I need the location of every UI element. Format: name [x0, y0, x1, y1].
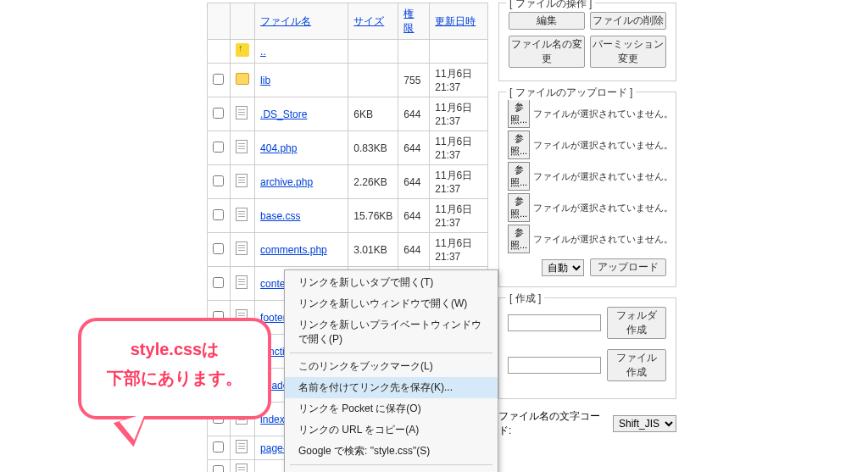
- file-link[interactable]: comments.php: [260, 244, 327, 256]
- file-ops-title: [ ファイルの操作 ]: [506, 0, 595, 11]
- header-icon: [231, 3, 255, 40]
- header-date[interactable]: 更新日時: [435, 15, 476, 27]
- ctx-google[interactable]: Google で検索: "style.css"(S): [285, 441, 498, 462]
- file-ops-panel: [ ファイルの操作 ] 編集 ファイルの削除 ファイル名の変更 パーミッション変…: [498, 3, 676, 81]
- context-menu: リンクを新しいタブで開く(T) リンクを新しいウィンドウで開く(W) リンクを新…: [284, 269, 498, 472]
- row-checkbox[interactable]: [213, 74, 224, 85]
- header-filename[interactable]: ファイル名: [260, 15, 311, 27]
- cell-perm: 644: [398, 97, 430, 131]
- ctx-open-private[interactable]: リンクを新しいプライベートウィンドウで開く(P): [285, 314, 498, 350]
- delete-button[interactable]: ファイルの削除: [590, 12, 666, 30]
- header-perm[interactable]: 権限: [403, 8, 414, 34]
- cell-perm: 644: [398, 199, 430, 233]
- create-file-button[interactable]: ファイル作成: [607, 349, 666, 381]
- upload-panel: [ ファイルのアップロード ] 参照...ファイルが選択されていません。 参照.…: [498, 92, 676, 287]
- header-check: [208, 3, 231, 40]
- edit-button[interactable]: 編集: [509, 12, 585, 30]
- file-icon: [236, 440, 248, 453]
- browse-button-3[interactable]: 参照...: [508, 162, 530, 191]
- cell-date: 11月6日 21:37: [430, 233, 488, 267]
- row-checkbox[interactable]: [213, 465, 224, 473]
- upload-status-1: ファイルが選択されていません。: [533, 108, 673, 120]
- browse-button-2[interactable]: 参照...: [508, 130, 530, 159]
- speech-bubble: style.cssは 下部にあります。: [78, 318, 271, 419]
- speech-line2: 下部にあります。: [107, 369, 242, 387]
- file-icon: [236, 242, 248, 255]
- upload-button[interactable]: アップロード: [590, 258, 666, 276]
- cell-size: [348, 64, 398, 97]
- file-icon: [236, 140, 248, 153]
- file-link[interactable]: .DS_Store: [260, 108, 307, 120]
- cell-size: [348, 40, 398, 64]
- cell-date: 11月6日 21:37: [430, 131, 488, 165]
- table-row: .DS_Store6KB64411月6日 21:37: [208, 97, 488, 131]
- ctx-copy-url[interactable]: リンクの URL をコピー(A): [285, 419, 498, 441]
- folder-name-input[interactable]: [508, 314, 601, 331]
- ctx-inspect[interactable]: 要素を調査(Q): [285, 468, 498, 472]
- ctx-pocket[interactable]: リンクを Pocket に保存(O): [285, 398, 498, 419]
- browse-button-4[interactable]: 参照...: [508, 193, 530, 222]
- table-row: comments.php3.01KB64411月6日 21:37: [208, 233, 488, 267]
- row-checkbox[interactable]: [213, 277, 224, 288]
- cell-perm: [398, 40, 430, 64]
- file-link[interactable]: base.css: [260, 210, 300, 222]
- rename-button[interactable]: ファイル名の変更: [509, 36, 585, 68]
- cell-size: 15.76KB: [348, 199, 398, 233]
- speech-line1: style.cssは: [131, 340, 220, 358]
- encoding-select[interactable]: Shift_JIS: [613, 415, 676, 432]
- file-link[interactable]: 404.php: [260, 142, 297, 154]
- upload-mode-select[interactable]: 自動: [542, 259, 584, 276]
- upload-status-4: ファイルが選択されていません。: [533, 202, 673, 214]
- file-name-input[interactable]: [508, 357, 601, 374]
- ctx-sep-1: [290, 353, 492, 353]
- chmod-button[interactable]: パーミッション変更: [590, 36, 666, 68]
- table-row: 404.php0.83KB64411月6日 21:37: [208, 131, 488, 165]
- browse-button-5[interactable]: 参照...: [508, 225, 530, 253]
- row-checkbox[interactable]: [213, 175, 224, 186]
- encoding-row: ファイル名の文字コード: Shift_JIS: [498, 409, 676, 438]
- file-icon: [236, 174, 248, 187]
- row-checkbox[interactable]: [213, 441, 224, 453]
- cell-size: 3.01KB: [348, 233, 398, 267]
- table-row: archive.php2.26KB64411月6日 21:37: [208, 165, 488, 199]
- create-title: [ 作成 ]: [506, 292, 544, 306]
- cell-perm: 755: [398, 64, 430, 97]
- header-size[interactable]: サイズ: [353, 15, 384, 27]
- file-icon: [236, 208, 248, 221]
- create-panel: [ 作成 ] フォルダ作成 ファイル作成: [498, 297, 676, 399]
- ctx-open-tab[interactable]: リンクを新しいタブで開く(T): [285, 272, 498, 293]
- folder-up-icon: [236, 43, 249, 57]
- file-icon: [236, 106, 248, 119]
- cell-date: 11月6日 21:37: [430, 199, 488, 233]
- file-link[interactable]: archive.php: [260, 176, 313, 188]
- row-checkbox[interactable]: [213, 108, 224, 119]
- create-folder-button[interactable]: フォルダ作成: [607, 307, 666, 339]
- ctx-open-window[interactable]: リンクを新しいウィンドウで開く(W): [285, 293, 498, 314]
- folder-icon: [236, 73, 249, 85]
- encoding-label: ファイル名の文字コード:: [498, 409, 608, 438]
- file-icon: [236, 464, 248, 472]
- upload-status-3: ファイルが選択されていません。: [533, 170, 673, 183]
- cell-perm: 644: [398, 131, 430, 165]
- cell-size: 2.26KB: [348, 165, 398, 199]
- cell-size: 0.83KB: [348, 131, 398, 165]
- row-checkbox[interactable]: [213, 243, 224, 254]
- ctx-save-as[interactable]: 名前を付けてリンク先を保存(K)...: [285, 377, 498, 398]
- cell-date: 11月6日 21:37: [430, 97, 488, 131]
- cell-date: [430, 40, 488, 64]
- ctx-bookmark[interactable]: このリンクをブックマーク(L): [285, 356, 498, 377]
- file-link[interactable]: ..: [260, 46, 266, 58]
- table-row: base.css15.76KB64411月6日 21:37: [208, 199, 488, 233]
- upload-status-5: ファイルが選択されていません。: [533, 233, 673, 246]
- browse-button-1[interactable]: 参照...: [508, 99, 530, 128]
- cell-size: 6KB: [348, 97, 398, 131]
- row-checkbox[interactable]: [213, 142, 224, 153]
- table-row: ..: [208, 40, 488, 64]
- file-link[interactable]: lib: [260, 75, 270, 86]
- file-icon: [236, 275, 248, 289]
- cell-date: 11月6日 21:37: [430, 165, 488, 199]
- upload-title: [ ファイルのアップロード ]: [506, 86, 636, 100]
- cell-perm: 644: [398, 233, 430, 267]
- row-checkbox[interactable]: [213, 209, 224, 220]
- cell-date: 11月6日 21:37: [430, 64, 488, 97]
